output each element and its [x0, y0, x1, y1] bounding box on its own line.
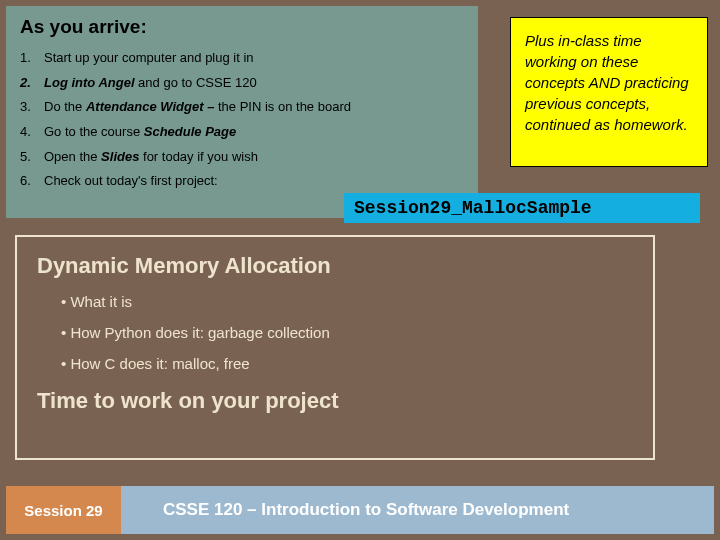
list-item: 3.Do the Attendance Widget – the PIN is …	[20, 95, 464, 120]
footer: Session 29 CSSE 120 – Introduction to So…	[6, 486, 714, 534]
outline-title: Dynamic Memory Allocation	[37, 253, 633, 279]
list-item: 2.Log into Angel and go to CSSE 120	[20, 71, 464, 96]
list-item: 5.Open the Slides for today if you wish	[20, 145, 464, 170]
list-item: What it is	[61, 293, 633, 310]
outline-bullets: What it is How Python does it: garbage c…	[61, 293, 633, 372]
outline-subtitle: Time to work on your project	[37, 388, 633, 414]
list-item: 4.Go to the course Schedule Page	[20, 120, 464, 145]
arrive-list: 1.Start up your computer and plug it in …	[20, 46, 464, 194]
list-item: How C does it: malloc, free	[61, 355, 633, 372]
outline-panel: Dynamic Memory Allocation What it is How…	[15, 235, 655, 460]
arrive-panel: As you arrive: 1.Start up your computer …	[6, 6, 478, 218]
session-badge: Session 29	[6, 486, 121, 534]
list-item: How Python does it: garbage collection	[61, 324, 633, 341]
yellow-note: Plus in-class time working on these conc…	[510, 17, 708, 167]
course-title: CSSE 120 – Introduction to Software Deve…	[121, 486, 714, 534]
list-item: 6.Check out today's first project:	[20, 169, 464, 194]
project-name-box: Session29_MallocSample	[344, 193, 700, 223]
arrive-title: As you arrive:	[20, 16, 464, 38]
list-item: 1.Start up your computer and plug it in	[20, 46, 464, 71]
